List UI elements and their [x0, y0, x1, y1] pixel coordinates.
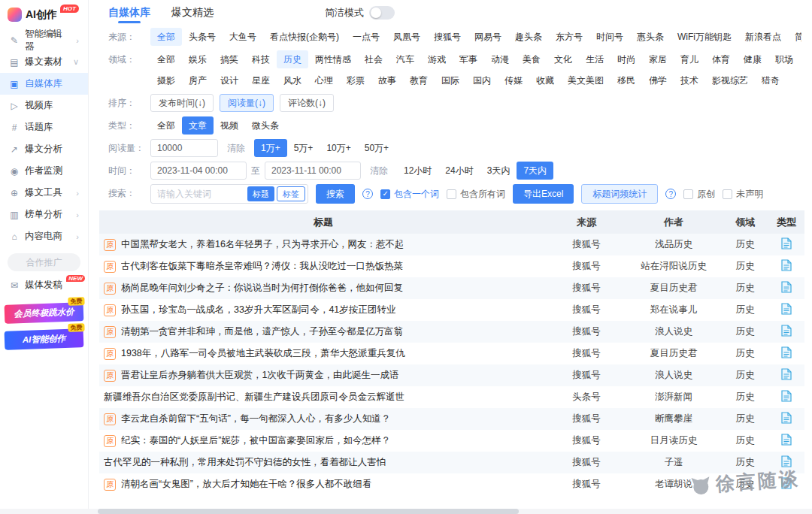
- filter-option[interactable]: 文章: [182, 116, 214, 135]
- author-cell[interactable]: 浪人说史: [626, 369, 722, 382]
- filter-option[interactable]: 社会: [358, 50, 389, 68]
- search-button[interactable]: 搜索: [316, 184, 355, 204]
- table-row[interactable]: 原1938年，八路军一司令员被地主武装砍成三段，萧华大怒派重兵复仇搜狐号夏目历史…: [99, 343, 804, 364]
- filter-option[interactable]: 健康: [737, 50, 768, 68]
- table-row[interactable]: 原中国黑帮女老大，养着16名年轻男子，只为寻求开心，网友：惹不起搜狐号浅品历史历…: [99, 234, 804, 255]
- sidebar-item-content-ecommerce[interactable]: ⌂ 内容电商 ›: [0, 225, 88, 247]
- original-option[interactable]: 原创: [683, 188, 715, 201]
- article-title-link[interactable]: 中国黑帮女老大，养着16名年轻男子，只为寻求开心，网友：惹不起: [121, 238, 404, 251]
- article-title-link[interactable]: 古代罕见的一种私刑，常用来处罚不守妇德的女性，看着都让人害怕: [104, 456, 386, 469]
- filter-option[interactable]: 全部: [150, 116, 182, 135]
- author-cell[interactable]: 子遥: [626, 456, 722, 469]
- filter-option[interactable]: 搜狐号: [427, 28, 468, 46]
- filter-option[interactable]: 发布时间(↓): [150, 94, 214, 112]
- filter-option[interactable]: 职场: [768, 50, 800, 68]
- filter-option[interactable]: 教育: [403, 71, 435, 89]
- article-title-link[interactable]: 清朝第一贪官并非和珅，而是他，遗产惊人，子孙至今都是亿万富翁: [121, 325, 403, 338]
- author-cell[interactable]: 断鹰攀崖: [626, 413, 722, 425]
- filter-option[interactable]: 全部: [150, 28, 182, 46]
- filter-option[interactable]: 时尚: [611, 50, 642, 68]
- filter-option[interactable]: 简书: [788, 28, 801, 46]
- search-by-title-button[interactable]: 标题: [247, 186, 274, 201]
- filter-option[interactable]: 汽车: [389, 50, 421, 68]
- help-icon[interactable]: ?: [665, 189, 676, 199]
- filter-option[interactable]: 设计: [214, 71, 245, 89]
- filter-option[interactable]: 摄影: [150, 71, 182, 89]
- filter-option[interactable]: 心理: [308, 71, 340, 89]
- author-cell[interactable]: 浅品历史: [626, 238, 722, 251]
- horizontal-scrollbar-thumb[interactable]: [98, 509, 519, 514]
- filter-option[interactable]: 惠头条: [630, 28, 671, 46]
- filter-option[interactable]: 全部: [150, 50, 182, 68]
- filter-option[interactable]: 网易号: [468, 28, 508, 46]
- export-excel-button[interactable]: 导出Excel: [513, 184, 574, 204]
- filter-option[interactable]: 评论数(↓): [280, 94, 334, 112]
- read-pill-10k[interactable]: 1万+: [254, 139, 287, 157]
- undeclared-checkbox[interactable]: [723, 189, 732, 199]
- filter-option[interactable]: 阅读量(↓): [220, 94, 274, 112]
- sidebar-item-cooperation[interactable]: 合作推广: [8, 253, 80, 271]
- filter-option[interactable]: 猎奇: [755, 71, 786, 89]
- filter-option[interactable]: 影视综艺: [705, 71, 755, 89]
- filter-option[interactable]: 头条号: [182, 28, 223, 46]
- sidebar-item-author-monitor[interactable]: ◉ 作者监测: [0, 160, 88, 182]
- author-cell[interactable]: 夏目历史君: [626, 347, 722, 360]
- article-title-link[interactable]: 李云龙自杀前留下“五句话”，每一句都深入人心，有多少人知道？: [121, 413, 390, 425]
- author-cell[interactable]: 日月读历史: [626, 434, 722, 447]
- table-row[interactable]: 原孙玉国，珍宝岛一战成名，33岁升大军区副司令，41岁按正团转业搜狐号郑在说事儿…: [99, 299, 804, 321]
- read-count-clear-link[interactable]: 清除: [227, 139, 245, 157]
- filter-option[interactable]: 技术: [674, 71, 705, 89]
- filter-option[interactable]: 微头条: [245, 116, 286, 135]
- filter-option[interactable]: 科技: [245, 50, 277, 68]
- ai-create-banner[interactable]: AI智能创作 免费: [5, 328, 84, 350]
- filter-option[interactable]: 美食: [516, 50, 547, 68]
- original-checkbox[interactable]: [683, 189, 693, 199]
- contains-all-option[interactable]: 包含所有词: [447, 188, 505, 201]
- author-cell[interactable]: 浪人说史: [626, 325, 722, 338]
- vip-promo-banner[interactable]: 会员终极跳水价 免费: [5, 302, 84, 324]
- time-pill-24h[interactable]: 24小时: [438, 162, 480, 180]
- read-pill-50k[interactable]: 5万+: [287, 139, 320, 157]
- article-title-link[interactable]: 古代刺客在饭菜下毒暗杀皇帝难吗？溥仪：我从没吃过一口热饭热菜: [121, 260, 403, 273]
- filter-option[interactable]: 收藏: [529, 71, 561, 89]
- simple-mode-switch[interactable]: [369, 6, 395, 20]
- app-logo[interactable]: AI创作 HOT: [0, 6, 88, 29]
- article-title-link[interactable]: 1938年，八路军一司令员被地主武装砍成三段，萧华大怒派重兵复仇: [121, 347, 405, 360]
- sidebar-item-topic-library[interactable]: # 话题库: [0, 116, 88, 138]
- article-title-link[interactable]: 杨尚昆晚年问刘少奇之子：你说说当时为何打倒你爸爸，他如何回复: [121, 282, 403, 295]
- filter-option[interactable]: 凤凰号: [386, 28, 427, 46]
- sidebar-item-media-publish[interactable]: ✉ 媒体发稿 NEW: [0, 274, 88, 296]
- filter-option[interactable]: 东方号: [549, 28, 589, 46]
- table-row[interactable]: 原清朝名画“女鬼图”，放大后才知她在干啥？很多人都不敢细看搜狐号老谭胡说历史: [99, 473, 804, 495]
- contains-all-checkbox[interactable]: [447, 189, 456, 199]
- filter-option[interactable]: WiFi万能钥匙: [671, 28, 738, 46]
- sidebar-item-video-library[interactable]: ▷ 视频库: [0, 95, 88, 116]
- search-by-tag-button[interactable]: 标签: [277, 186, 305, 201]
- undeclared-option[interactable]: 未声明: [723, 188, 763, 201]
- tab-media-library[interactable]: 自媒体库: [108, 0, 150, 26]
- filter-option[interactable]: 视频: [214, 116, 245, 135]
- filter-option[interactable]: 体育: [705, 50, 737, 68]
- filter-option[interactable]: 故事: [371, 71, 403, 89]
- filter-option[interactable]: 星座: [245, 71, 277, 89]
- filter-option[interactable]: 游戏: [421, 50, 453, 68]
- tab-viral-selection[interactable]: 爆文精选: [171, 0, 214, 26]
- filter-option[interactable]: 娱乐: [182, 50, 214, 68]
- read-pill-100k[interactable]: 10万+: [320, 139, 357, 157]
- author-cell[interactable]: 老谭胡说: [626, 478, 722, 491]
- time-pill-3d[interactable]: 3天内: [480, 162, 517, 180]
- sidebar-item-viral-analysis[interactable]: ↗ 爆文分析: [0, 138, 88, 160]
- filter-option[interactable]: 彩票: [340, 71, 371, 89]
- article-title-link[interactable]: 晋君让皇后赤身躺着供大臣观赏，1次收千两黄金，由此诞生一成语: [121, 369, 398, 382]
- table-row[interactable]: 原晋君让皇后赤身躺着供大臣观赏，1次收千两黄金，由此诞生一成语搜狐号浪人说史历史: [99, 364, 804, 386]
- filter-option[interactable]: 传媒: [498, 71, 529, 89]
- keyword-input[interactable]: [151, 189, 247, 199]
- filter-option[interactable]: 看点快报(企鹅号): [263, 28, 346, 46]
- filter-option[interactable]: 国内: [466, 71, 498, 89]
- filter-option[interactable]: 一点号: [346, 28, 386, 46]
- filter-option[interactable]: 移民: [611, 71, 642, 89]
- contains-one-option[interactable]: 包含一个词: [380, 188, 439, 201]
- sidebar-item-media-library[interactable]: ▣ 自媒体库: [0, 73, 88, 95]
- filter-option[interactable]: 文化: [547, 50, 579, 68]
- filter-option[interactable]: 风水: [277, 71, 308, 89]
